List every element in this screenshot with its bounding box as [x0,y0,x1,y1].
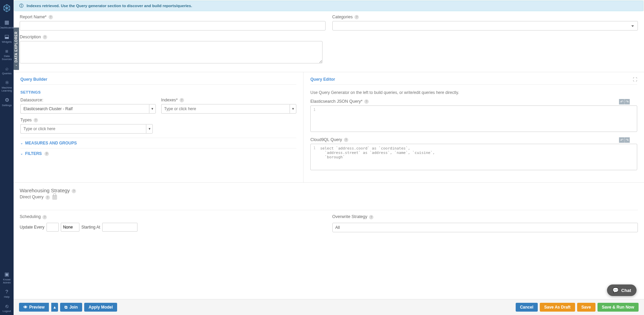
chevron-left-icon: ‹ [15,65,18,66]
indexes-dropdown-btn[interactable]: ▼ [290,104,296,114]
redo-button[interactable]: ↷ [624,137,630,143]
database-icon: ≡ [5,48,8,54]
join-label: Join [69,305,78,310]
help-icon[interactable]: ? [344,138,348,142]
help-icon[interactable]: ? [45,195,50,200]
es-query-editor[interactable]: 1 [310,105,637,132]
apply-model-label: Apply Model [89,305,113,310]
help-icon[interactable]: ? [354,15,359,19]
undo-button[interactable]: ↶ [619,99,624,104]
nav-dashboards[interactable]: ▦Dashboards [0,17,14,31]
preview-button[interactable]: 👁 Preview [19,303,49,312]
nav-label: Data Sources [0,55,14,61]
overwrite-input[interactable] [332,223,638,232]
info-alert: ⓘ Indexes retrieved. Use the Query gener… [14,1,643,11]
chevron-down-icon: ⌄ [20,152,23,155]
chat-widget[interactable]: 💬 Chat [607,284,637,296]
help-icon[interactable]: ? [72,189,76,193]
help-icon[interactable]: ? [180,98,184,102]
nav-admin[interactable]: ▣Knowi Admin [0,269,14,286]
nav-widgets[interactable]: ⬓Widgets [0,31,14,45]
help-icon: ? [5,289,8,295]
save-draft-button[interactable]: Save As Draft [540,303,575,312]
help-icon[interactable]: ? [44,152,49,156]
c9ql-label: Cloud9QL Query [310,137,342,142]
chevron-down-icon: ▼ [148,127,151,131]
help-icon[interactable]: ? [49,15,53,19]
nav-label: Help [4,296,10,299]
filters-title: FILTERS [25,151,42,156]
save-label: Save [582,305,591,310]
report-name-input[interactable] [20,21,326,31]
description-textarea[interactable] [20,41,323,63]
cancel-button[interactable]: Cancel [516,303,538,312]
es-query-label: Elasticsearch JSON Query* [310,99,363,104]
indexes-label: Indexes* [161,98,178,102]
query-icon: ⌕ [5,66,8,72]
content-scroll[interactable]: ‹ DATA EXPLORER Report Name* ? Categorie… [14,11,644,299]
datasource-dropdown-btn[interactable]: ▼ [149,104,156,114]
datasource-input[interactable] [20,104,149,114]
description-label: Description [20,35,41,39]
indexes-input[interactable] [161,104,290,114]
scheduling-title: Scheduling [20,214,41,219]
types-dropdown-btn[interactable]: ▼ [146,124,153,134]
footer-toolbar: 👁 Preview ▴ ⧉ Join Apply Model Cancel Sa… [14,299,644,315]
save-button[interactable]: Save [577,303,595,312]
join-icon: ⧉ [65,305,68,310]
help-icon[interactable]: ? [43,35,47,39]
logout-icon: ⎋ [5,303,8,309]
chat-label: Chat [621,288,631,293]
update-unit-select[interactable]: None [61,223,79,232]
nav-datasources[interactable]: ≡Data Sources [0,46,14,63]
datasource-label: Datasource: [20,98,43,102]
redo-button[interactable]: ↷ [624,99,630,104]
nav-label: Machine Learning [0,86,14,93]
starting-at-label: Starting At [81,225,100,230]
nav-label: Settings [2,104,12,107]
editor-help-text: Use Query Generator on the left to build… [310,90,637,95]
starting-at-input[interactable] [102,223,137,232]
help-icon[interactable]: ? [34,118,38,122]
types-input[interactable] [20,124,146,134]
help-icon[interactable]: ? [369,215,373,219]
save-draft-label: Save As Draft [544,305,571,310]
vtab-label: DATA EXPLORER [14,32,18,63]
nav-help[interactable]: ?Help [0,286,14,300]
alert-text: Indexes retrieved. Use the Query generat… [26,4,192,8]
grid-icon: ▦ [4,20,9,25]
preview-label: Preview [29,305,44,310]
categories-select[interactable] [332,21,638,31]
help-icon[interactable]: ? [364,99,369,104]
nav-logout[interactable]: ⎋Logout [0,301,14,315]
settings-subtitle: SETTINGS [20,90,296,94]
lock-icon [52,195,57,200]
join-button[interactable]: ⧉ Join [60,303,82,312]
eye-icon: 👁 [23,305,27,310]
nav-queries[interactable]: ⌕Queries [0,63,14,77]
preview-dropdown-button[interactable]: ▴ [51,303,58,312]
chevron-down-icon: ⌄ [20,141,23,145]
nav-ml[interactable]: ⚛Machine Learning [0,77,14,95]
sidebar: ▦Dashboards ⬓Widgets ≡Data Sources ⌕Quer… [0,0,14,315]
nav-label: Logout [3,310,11,313]
update-every-label: Update Every [20,225,44,230]
undo-icon: ↶ [620,100,623,104]
apply-model-button[interactable]: Apply Model [84,303,117,312]
nav-label: Queries [2,72,12,75]
nav-label: Dashboards [0,26,14,29]
save-run-button[interactable]: Save & Run Now [597,303,639,312]
help-icon[interactable]: ? [42,215,47,219]
c9ql-editor[interactable]: 1 select `address.coord` as `coordinates… [310,144,637,170]
c9ql-content: select `address.coord` as `coordinates`,… [320,146,435,159]
line-number: 1 [313,108,315,112]
cancel-label: Cancel [520,305,533,310]
nav-label: Widgets [2,41,12,44]
undo-button[interactable]: ↶ [619,137,624,143]
measures-groups-toggle[interactable]: ⌄ MEASURES AND GROUPS [20,138,296,148]
expand-icon[interactable]: ⛶ [633,77,637,82]
data-explorer-tab[interactable]: ‹ DATA EXPLORER [14,27,19,70]
nav-settings[interactable]: ⚙Settings [0,95,14,109]
update-every-input[interactable] [47,223,59,232]
filters-toggle[interactable]: ⌄ FILTERS ? [20,148,296,159]
